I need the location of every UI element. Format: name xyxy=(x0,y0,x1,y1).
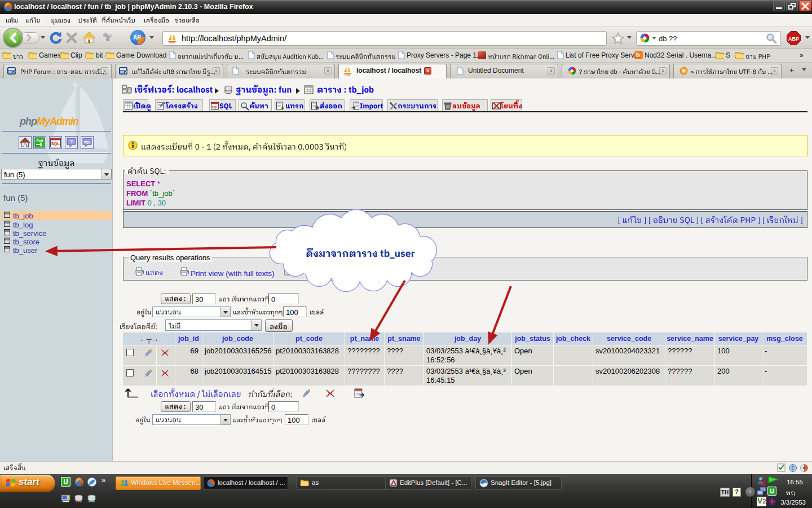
svg-text:SQL: SQL xyxy=(211,106,218,109)
svg-text:ABP: ABP xyxy=(788,36,799,42)
svg-text:SQL: SQL xyxy=(83,141,91,144)
svg-text:PMA: PMA xyxy=(169,41,175,44)
svg-text:SQL: SQL xyxy=(51,141,60,146)
svg-text:?: ? xyxy=(70,139,73,144)
svg-text:Exit: Exit xyxy=(37,139,44,143)
svg-text:PMA: PMA xyxy=(345,73,350,76)
